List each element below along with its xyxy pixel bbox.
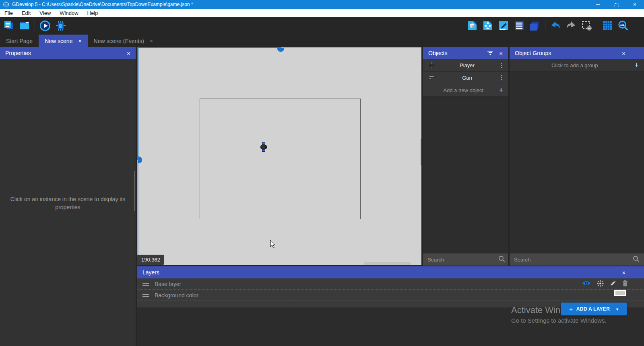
menu-window[interactable]: Window bbox=[55, 9, 83, 17]
zoom-actual-size-icon[interactable]: 1:1 bbox=[617, 20, 629, 31]
layer-edit-icon[interactable] bbox=[610, 280, 616, 288]
instance-edit-icon[interactable] bbox=[498, 20, 509, 31]
scene-canvas[interactable]: 190;362 bbox=[137, 47, 421, 265]
add-group-label: Click to add a group bbox=[515, 62, 634, 68]
close-window-button[interactable]: × bbox=[625, 0, 644, 9]
layer-effects-icon[interactable] bbox=[597, 280, 604, 288]
panel-resize-edge-left[interactable] bbox=[137, 160, 138, 265]
plus-icon: + bbox=[569, 306, 573, 313]
window-title: GDevelop 5 - C:\Users\Sparkle\OneDrive\D… bbox=[12, 2, 193, 7]
tab-new-scene-events[interactable]: New scene (Events) × bbox=[88, 35, 159, 47]
menu-view[interactable]: View bbox=[35, 9, 55, 17]
object-groups-panel: Object Groups × Click to add a group + bbox=[510, 47, 644, 266]
add-object-button[interactable]: Add a new object + bbox=[423, 84, 508, 97]
properties-empty-message: Click on an instance in the scene to dis… bbox=[9, 195, 127, 212]
canvas-horizontal-scrollbar[interactable] bbox=[364, 262, 411, 265]
layer-row-base[interactable]: Base layer bbox=[137, 278, 644, 290]
layers-editor-icon[interactable] bbox=[529, 20, 541, 31]
object-row-gun[interactable]: Gun ⋮ bbox=[423, 72, 508, 84]
tab-start-page[interactable]: Start Page bbox=[0, 35, 39, 47]
tab-new-scene[interactable]: New scene × bbox=[39, 35, 87, 47]
grid-icon[interactable] bbox=[602, 20, 613, 31]
redo-icon[interactable] bbox=[566, 20, 577, 31]
object-name: Player bbox=[436, 62, 498, 68]
properties-panel: Properties × Click on an instance in the… bbox=[0, 47, 136, 346]
tab-label: New scene bbox=[45, 38, 72, 44]
restore-icon bbox=[615, 3, 618, 6]
plus-icon: + bbox=[634, 62, 639, 69]
preview-play-icon[interactable] bbox=[39, 20, 51, 31]
layer-name: Background color bbox=[155, 292, 198, 299]
objects-editor-icon[interactable] bbox=[466, 20, 478, 31]
panel-resize-handle-left[interactable] bbox=[138, 157, 142, 163]
objects-search-bar bbox=[423, 253, 508, 266]
cursor-coordinates-badge: 190;362 bbox=[137, 255, 164, 265]
add-group-button[interactable]: Click to add a group + bbox=[510, 59, 644, 72]
objects-panel: Objects × Player ⋮ Gun ⋮ Add a new objec… bbox=[423, 47, 508, 266]
canvas-vertical-scrollbar[interactable] bbox=[421, 139, 421, 165]
tab-close-icon[interactable]: × bbox=[150, 38, 153, 44]
restore-button[interactable] bbox=[607, 0, 625, 9]
groups-search-bar bbox=[510, 253, 644, 266]
layer-name: Base layer bbox=[155, 281, 181, 287]
close-icon[interactable]: × bbox=[127, 50, 130, 56]
layer-delete-icon[interactable] bbox=[622, 280, 628, 288]
panel-title: Object Groups bbox=[515, 50, 551, 56]
toolbar-separator bbox=[35, 21, 35, 31]
object-row-player[interactable]: Player ⋮ bbox=[423, 59, 508, 72]
properties-scrollbar[interactable] bbox=[134, 171, 135, 211]
panel-title: Layers bbox=[142, 269, 159, 276]
close-icon[interactable]: × bbox=[622, 50, 625, 56]
kebab-menu-icon[interactable]: ⋮ bbox=[498, 62, 504, 69]
instances-list-icon[interactable] bbox=[514, 20, 525, 31]
menu-bar: File Edit View Window Help bbox=[0, 9, 644, 17]
player-instance[interactable] bbox=[260, 142, 267, 152]
background-color-swatch[interactable] bbox=[614, 290, 626, 296]
objects-search-input[interactable] bbox=[427, 257, 498, 263]
layer-row-background-color[interactable]: Background color bbox=[137, 290, 644, 301]
panel-resize-handle-top[interactable] bbox=[277, 48, 284, 52]
window-icon[interactable] bbox=[19, 20, 30, 31]
properties-panel-header: Properties × bbox=[0, 47, 136, 59]
panel-title: Objects bbox=[428, 50, 447, 56]
watermark-line2: Go to Settings to activate Windows. bbox=[511, 317, 607, 324]
filter-icon[interactable] bbox=[487, 50, 493, 56]
svg-text:1:1: 1:1 bbox=[620, 23, 625, 27]
panel-resize-edge-top[interactable] bbox=[137, 47, 281, 48]
close-icon[interactable]: × bbox=[622, 270, 625, 276]
groups-search-input[interactable] bbox=[514, 257, 633, 263]
tab-bar: Start Page New scene × New scene (Events… bbox=[0, 35, 644, 47]
close-icon[interactable]: × bbox=[499, 50, 503, 56]
menu-edit[interactable]: Edit bbox=[17, 9, 35, 17]
tab-label: Start Page bbox=[6, 38, 33, 44]
project-manager-icon[interactable] bbox=[3, 20, 14, 31]
object-groups-editor-icon[interactable] bbox=[482, 20, 493, 31]
drag-handle-icon[interactable] bbox=[142, 292, 149, 299]
minimize-button[interactable] bbox=[588, 0, 607, 9]
layers-panel: Layers × Base layer bbox=[137, 266, 644, 346]
close-icon: × bbox=[633, 2, 636, 7]
panel-resize-edge-left[interactable] bbox=[137, 47, 138, 160]
layers-panel-header: Layers × bbox=[137, 266, 644, 278]
scene-window-bounds bbox=[200, 99, 361, 219]
clear-selection-icon[interactable] bbox=[581, 20, 592, 31]
chevron-down-icon: ▾ bbox=[616, 307, 618, 311]
layer-visibility-icon[interactable] bbox=[582, 280, 591, 287]
plus-icon: + bbox=[499, 86, 503, 94]
menu-file[interactable]: File bbox=[0, 9, 17, 17]
kebab-menu-icon[interactable]: ⋮ bbox=[498, 74, 504, 81]
add-layer-button[interactable]: + ADD A LAYER ▾ bbox=[561, 303, 627, 315]
drag-handle-icon[interactable] bbox=[142, 281, 149, 287]
undo-icon[interactable] bbox=[550, 20, 561, 31]
tab-label: New scene (Events) bbox=[94, 38, 144, 44]
toolbar: 1:1 bbox=[0, 17, 644, 35]
gun-object-icon bbox=[427, 75, 436, 80]
toolbar-separator bbox=[545, 21, 545, 31]
panel-resize-edge-top[interactable] bbox=[281, 47, 421, 48]
objects-panel-header: Objects × bbox=[423, 47, 508, 59]
toolbar-separator bbox=[597, 21, 597, 31]
minimize-icon bbox=[596, 4, 600, 5]
tab-close-icon[interactable]: × bbox=[78, 38, 81, 44]
debug-icon[interactable] bbox=[55, 20, 66, 31]
menu-help[interactable]: Help bbox=[83, 9, 103, 17]
